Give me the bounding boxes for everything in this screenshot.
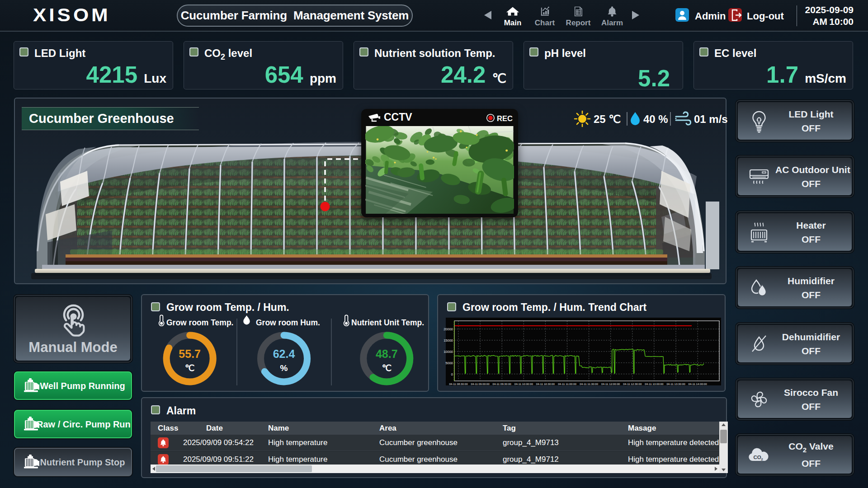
svg-text:15000: 15000: [443, 338, 453, 343]
svg-text:Grow room Temp.: Grow room Temp.: [166, 318, 233, 327]
svg-text:CO: CO: [753, 455, 761, 460]
svg-text:04-11 09:30:00: 04-11 09:30:00: [493, 382, 512, 385]
svg-text:5000: 5000: [445, 361, 453, 365]
svg-text:04-11 14:00:00: 04-11 14:00:00: [689, 382, 708, 385]
svg-text:55.7: 55.7: [179, 347, 201, 360]
svg-text:℃: ℃: [382, 363, 392, 373]
svg-text:04-11 13:30:00: 04-11 13:30:00: [666, 382, 685, 385]
svg-text:04-11 13:00:00: 04-11 13:00:00: [645, 382, 664, 385]
svg-text:04-11 11:00:00: 04-11 11:00:00: [558, 382, 576, 385]
svg-text:62.4: 62.4: [273, 347, 295, 360]
svg-text:2: 2: [761, 457, 763, 461]
svg-text:40 %: 40 %: [643, 113, 668, 125]
svg-text:04-11 08:30:00: 04-11 08:30:00: [449, 382, 468, 385]
svg-text:20000: 20000: [443, 327, 453, 331]
svg-text:04-11 12:00:00: 04-11 12:00:00: [601, 382, 620, 385]
svg-text:0: 0: [451, 372, 453, 376]
svg-text:04-11 11:30:00: 04-11 11:30:00: [580, 382, 598, 385]
svg-text:REC: REC: [497, 114, 513, 122]
svg-text:Alarm: Alarm: [601, 19, 623, 27]
svg-text:Grow room Hum.: Grow room Hum.: [256, 318, 320, 327]
svg-text:Nutrient Unit Temp.: Nutrient Unit Temp.: [351, 318, 424, 327]
svg-text:01 m/s: 01 m/s: [694, 113, 728, 125]
svg-text:25 ℃: 25 ℃: [594, 113, 621, 125]
svg-text:48.7: 48.7: [376, 347, 398, 360]
svg-text:℃: ℃: [185, 363, 194, 373]
svg-text:Chart: Chart: [535, 19, 555, 27]
svg-text:XISOM: XISOM: [33, 7, 111, 25]
svg-text:10000: 10000: [443, 350, 453, 354]
svg-text:04-11 09:00:00: 04-11 09:00:00: [471, 382, 490, 385]
svg-text:04-11 10:00:00: 04-11 10:00:00: [514, 382, 533, 385]
svg-text:Main: Main: [504, 19, 522, 27]
svg-text:%: %: [280, 363, 288, 373]
svg-text:04-11 10:30:00: 04-11 10:30:00: [536, 382, 555, 385]
svg-text:04-11 12:30:00: 04-11 12:30:00: [623, 382, 642, 385]
svg-text:Report: Report: [566, 19, 591, 27]
